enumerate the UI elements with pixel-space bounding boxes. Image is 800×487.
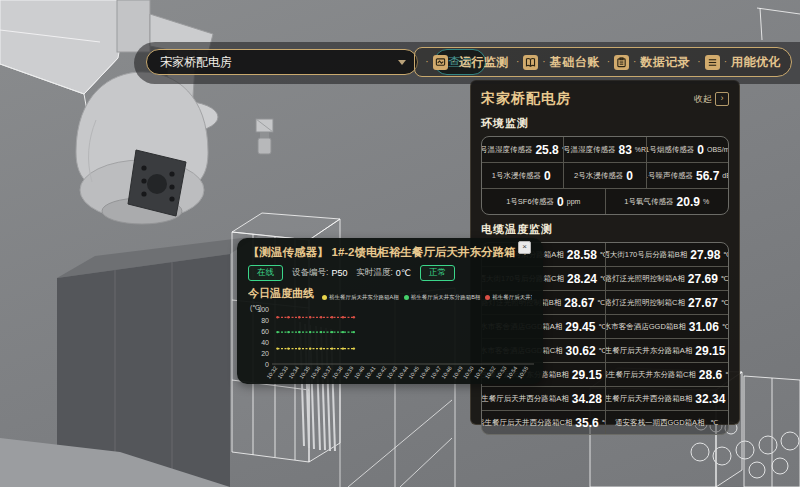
sensor-value: 0 [544,169,551,183]
main-nav: · · 运行监测 · · 基础台账 [414,47,792,77]
nav-item-base-ledger[interactable]: · · 基础台账 [516,54,600,71]
svg-text:40: 40 [261,339,269,346]
sensor-cell[interactable]: 水市客舍酒店GGD箱B相31.06℃ [605,315,729,338]
sensor-label: 裕生餐厅后天井东分路箱A相 [605,346,693,356]
sensor-popup: × 【测温传感器】1#-2馈电柜裕生餐厅后天井东分路箱 在线 设备编号:P50 … [237,238,543,384]
nav-item-energy-optimization[interactable]: · · 用能优化 [697,54,781,71]
sensor-label: 路灯泛光照明控制箱A相 [605,274,685,284]
legend-label: 裕生餐厅后天井东分路箱A相 [329,294,399,301]
sensor-label: 1号氧气传感器 [624,197,673,207]
sensor-cell[interactable]: 1号温湿度传感器83%RH [563,137,645,162]
status-badge-normal: 正常 [420,265,455,281]
popup-title[interactable]: 【测温传感器】1#-2馈电柜裕生餐厅后天井东分路箱 [248,245,532,260]
svg-text:10:34: 10:34 [287,365,300,380]
temperature-line-chart: (℃)02040608010010:3210:3310:3410:3510:36… [248,302,536,386]
monitor-icon [433,55,448,70]
svg-text:80: 80 [261,317,269,324]
sensor-cell[interactable]: 1号SF6传感器0ppm [482,189,605,214]
sensor-cell[interactable]: 路灯泛光照明控制箱A相27.69℃ [605,267,729,290]
svg-text:10:35: 10:35 [298,365,311,380]
page-title: 宋家桥配电房 [481,90,571,108]
svg-text:10:52: 10:52 [484,365,497,380]
sensor-label: 1号烟感传感器 [646,145,695,155]
sensor-label: 裕生餐厅后天井东分路箱C相 [605,370,696,380]
popup-status-row: 在线 设备编号:P50 实时温度:0℃ 正常 [248,265,532,281]
sensor-value: 29.15 [572,368,602,382]
sensor-cell[interactable]: 2号水浸传感器0 [563,163,645,188]
svg-text:10:49: 10:49 [451,365,464,380]
svg-text:10:53: 10:53 [495,365,508,380]
sensor-unit: ℃ [721,275,728,283]
chart-header: 今日温度曲线 裕生餐厅后天井东分路箱A相裕生餐厅后天井东分路箱B相裕生餐厅后天井… [248,286,532,301]
sensor-value: 28.24 [567,272,597,286]
sensor-label: 1号温湿度传感器 [482,145,532,155]
chevron-right-icon: › [715,92,729,106]
sensor-unit: ℃ [722,323,728,331]
sensor-unit: ℃ [723,251,728,259]
sensor-cell[interactable]: 裕生餐厅后天井东分路箱A相29.15℃ [605,339,729,362]
close-icon[interactable]: × [518,241,531,254]
sensor-value: 56.7 [696,169,719,183]
sensor-value: 30.62 [566,344,596,358]
collapse-button[interactable]: 收起 › [694,92,729,106]
chart-title: 今日温度曲线 [248,286,314,301]
sensor-unit: dB [722,172,728,179]
sensor-cell[interactable]: 裕生餐厅后天井西分路箱A相34.28℃ [482,387,605,410]
nav-item-data-records[interactable]: · · 数据记录 [607,54,691,71]
svg-text:100: 100 [257,306,269,313]
sensor-cell[interactable]: 西大街170号后分路箱B相27.98℃ [605,243,729,266]
sensor-cell[interactable]: 1号噪声传感器56.7dB [646,163,728,188]
table-row: 1号温湿度传感器25.8℃1号温湿度传感器83%RH1号烟感传感器0OBS/m [482,137,728,162]
sensor-cell[interactable]: 裕生餐厅后天井西分路箱B相32.34℃ [605,387,729,410]
sensor-device[interactable] [256,119,273,154]
sensor-cell[interactable]: 1号温湿度传感器25.8℃ [482,137,563,162]
optimize-icon [705,55,720,70]
sensor-value: 20.9 [677,195,700,209]
table-row: 1号SF6传感器0ppm1号氧气传感器20.9% [482,188,728,214]
device-number: 设备编号:P50 [292,267,347,279]
sensor-value: 28.58 [567,248,597,262]
sensor-value: 32.34 [695,392,725,406]
svg-text:10:44: 10:44 [396,365,409,380]
sensor-cell[interactable]: 通安客栈一期西GGD箱A相℃ [605,411,729,434]
legend-item: 裕生餐厅后天井东分路箱A相 [322,294,399,301]
legend-dot-icon [404,295,409,300]
sensor-cell[interactable]: 1号水浸传感器0 [482,163,563,188]
svg-text:10:54: 10:54 [506,365,519,380]
sensor-label: 路灯泛光照明控制箱C相 [605,298,685,308]
sensor-cell[interactable]: 裕生餐厅后天井东分路箱C相28.6℃ [605,363,729,386]
sensor-value: 35.6 [575,416,598,430]
sensor-label: 西大街170号后分路箱B相 [605,250,688,260]
svg-text:60: 60 [261,328,269,335]
sensor-label: 裕生餐厅后天井西分路箱C相 [482,418,572,428]
sensor-value: 0 [697,143,704,157]
sensor-cell[interactable]: 路灯泛光照明控制箱C相27.67℃ [605,291,729,314]
sensor-value: 29.45 [565,320,595,334]
svg-text:10:38: 10:38 [331,365,344,380]
legend-item: 裕生餐厅后天井东分路箱B相 [404,294,481,301]
search-input[interactable] [158,54,398,70]
sensor-value: 0 [626,169,633,183]
sensor-value: 31.06 [689,320,719,334]
station-select[interactable] [146,49,418,75]
sensor-label: 2号水浸传感器 [574,171,623,181]
sensor-value: 83 [618,143,631,157]
sensor-label: 1号温湿度传感器 [563,145,615,155]
svg-text:10:48: 10:48 [440,365,453,380]
svg-text:10:50: 10:50 [462,365,475,380]
realtime-temp: 实时温度:0℃ [356,267,411,279]
sensor-cell[interactable]: 裕生餐厅后天井西分路箱C相35.6℃ [482,411,605,434]
nav-item-operation-monitoring[interactable]: · · 运行监测 [425,54,509,71]
sensor-unit: ℃ [711,419,719,427]
records-icon [614,55,629,70]
sensor-value: 28.67 [564,296,594,310]
legend-dot-icon [322,295,327,300]
status-badge-online: 在线 [248,265,283,281]
chevron-down-icon[interactable] [398,60,406,65]
sensor-label: 裕生餐厅后天井西分路箱B相 [605,394,693,404]
legend-label: 裕生餐厅后天井东分路箱C相 [492,294,532,301]
svg-text:10:39: 10:39 [342,365,355,380]
svg-text:10:37: 10:37 [320,365,333,380]
sensor-cell[interactable]: 1号烟感传感器0OBS/m [646,137,728,162]
sensor-cell[interactable]: 1号氧气传感器20.9% [605,189,729,214]
